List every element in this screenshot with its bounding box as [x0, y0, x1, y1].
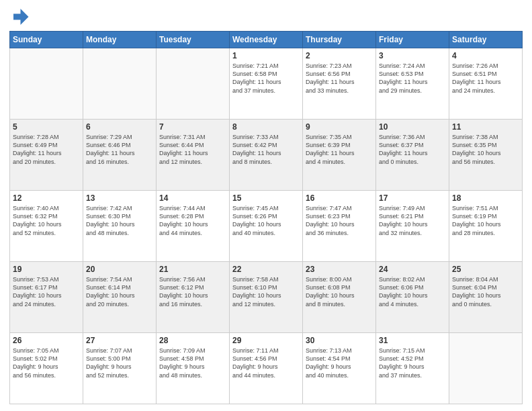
day-number: 4	[452, 50, 519, 61]
day-number: 21	[159, 264, 226, 275]
day-info: Sunrise: 7:11 AM Sunset: 4:56 PM Dayligh…	[232, 347, 300, 379]
day-number: 11	[452, 122, 519, 132]
day-info: Sunrise: 7:58 AM Sunset: 6:10 PM Dayligh…	[232, 275, 300, 308]
day-number: 14	[159, 193, 226, 203]
calendar-cell: 18Sunrise: 7:51 AM Sunset: 6:19 PM Dayli…	[449, 191, 523, 262]
day-number: 24	[379, 264, 446, 275]
day-number: 29	[232, 335, 300, 346]
day-info: Sunrise: 7:23 AM Sunset: 6:56 PM Dayligh…	[306, 62, 373, 95]
calendar-week-row: 26Sunrise: 7:05 AM Sunset: 5:02 PM Dayli…	[10, 333, 523, 404]
calendar-cell: 27Sunrise: 7:07 AM Sunset: 5:00 PM Dayli…	[83, 333, 157, 404]
calendar-cell: 14Sunrise: 7:44 AM Sunset: 6:28 PM Dayli…	[157, 191, 230, 262]
day-number: 23	[306, 264, 373, 275]
calendar-cell: 24Sunrise: 8:02 AM Sunset: 6:06 PM Dayli…	[376, 262, 449, 333]
calendar-cell: 2Sunrise: 7:23 AM Sunset: 6:56 PM Daylig…	[303, 48, 376, 120]
day-number: 16	[306, 193, 373, 203]
day-info: Sunrise: 7:45 AM Sunset: 6:26 PM Dayligh…	[232, 204, 300, 237]
day-number: 20	[86, 264, 153, 275]
calendar-cell	[10, 48, 83, 120]
day-info: Sunrise: 7:05 AM Sunset: 5:02 PM Dayligh…	[13, 347, 80, 379]
day-info: Sunrise: 7:31 AM Sunset: 6:44 PM Dayligh…	[159, 133, 226, 166]
calendar-cell: 9Sunrise: 7:35 AM Sunset: 6:39 PM Daylig…	[303, 120, 376, 191]
day-number: 3	[379, 50, 446, 61]
calendar-cell: 21Sunrise: 7:56 AM Sunset: 6:12 PM Dayli…	[157, 262, 230, 333]
weekday-header: Wednesday	[230, 32, 303, 48]
day-number: 26	[13, 335, 80, 346]
day-number: 12	[13, 193, 80, 203]
day-number: 19	[13, 264, 80, 275]
day-number: 6	[86, 122, 153, 132]
weekday-header: Saturday	[449, 32, 523, 48]
day-info: Sunrise: 7:29 AM Sunset: 6:46 PM Dayligh…	[86, 133, 153, 166]
day-info: Sunrise: 7:26 AM Sunset: 6:51 PM Dayligh…	[452, 62, 519, 95]
weekday-header: Monday	[83, 32, 157, 48]
calendar-cell: 1Sunrise: 7:21 AM Sunset: 6:58 PM Daylig…	[230, 48, 303, 120]
calendar-cell: 12Sunrise: 7:40 AM Sunset: 6:32 PM Dayli…	[10, 191, 83, 262]
weekday-header: Friday	[376, 32, 449, 48]
calendar-cell	[83, 48, 157, 120]
day-info: Sunrise: 7:54 AM Sunset: 6:14 PM Dayligh…	[86, 275, 153, 308]
day-info: Sunrise: 7:07 AM Sunset: 5:00 PM Dayligh…	[86, 347, 153, 379]
day-number: 27	[86, 335, 153, 346]
day-info: Sunrise: 7:35 AM Sunset: 6:39 PM Dayligh…	[306, 133, 373, 166]
calendar-week-row: 5Sunrise: 7:28 AM Sunset: 6:49 PM Daylig…	[10, 120, 523, 191]
day-info: Sunrise: 8:00 AM Sunset: 6:08 PM Dayligh…	[306, 275, 373, 308]
calendar-cell: 11Sunrise: 7:38 AM Sunset: 6:35 PM Dayli…	[449, 120, 523, 191]
day-info: Sunrise: 7:24 AM Sunset: 6:53 PM Dayligh…	[379, 62, 446, 95]
day-number: 28	[159, 335, 226, 346]
calendar-cell: 30Sunrise: 7:13 AM Sunset: 4:54 PM Dayli…	[303, 333, 376, 404]
calendar-cell: 31Sunrise: 7:15 AM Sunset: 4:52 PM Dayli…	[376, 333, 449, 404]
day-info: Sunrise: 7:33 AM Sunset: 6:42 PM Dayligh…	[232, 133, 300, 166]
calendar-cell: 3Sunrise: 7:24 AM Sunset: 6:53 PM Daylig…	[376, 48, 449, 120]
day-number: 13	[86, 193, 153, 203]
day-info: Sunrise: 7:49 AM Sunset: 6:21 PM Dayligh…	[379, 204, 446, 237]
day-info: Sunrise: 8:04 AM Sunset: 6:04 PM Dayligh…	[452, 275, 519, 308]
calendar-week-row: 12Sunrise: 7:40 AM Sunset: 6:32 PM Dayli…	[10, 191, 523, 262]
calendar-cell: 25Sunrise: 8:04 AM Sunset: 6:04 PM Dayli…	[449, 262, 523, 333]
day-number: 1	[232, 50, 300, 61]
calendar-cell: 13Sunrise: 7:42 AM Sunset: 6:30 PM Dayli…	[83, 191, 157, 262]
calendar-cell: 23Sunrise: 8:00 AM Sunset: 6:08 PM Dayli…	[303, 262, 376, 333]
calendar-table: SundayMondayTuesdayWednesdayThursdayFrid…	[9, 31, 523, 404]
day-number: 7	[159, 122, 226, 132]
calendar-cell	[157, 48, 230, 120]
calendar-cell: 17Sunrise: 7:49 AM Sunset: 6:21 PM Dayli…	[376, 191, 449, 262]
day-number: 17	[379, 193, 446, 203]
calendar-cell: 15Sunrise: 7:45 AM Sunset: 6:26 PM Dayli…	[230, 191, 303, 262]
day-info: Sunrise: 7:09 AM Sunset: 4:58 PM Dayligh…	[159, 347, 226, 379]
day-info: Sunrise: 7:44 AM Sunset: 6:28 PM Dayligh…	[159, 204, 226, 237]
day-info: Sunrise: 7:40 AM Sunset: 6:32 PM Dayligh…	[13, 204, 80, 237]
day-number: 5	[13, 122, 80, 132]
day-info: Sunrise: 7:56 AM Sunset: 6:12 PM Dayligh…	[159, 275, 226, 308]
day-info: Sunrise: 7:13 AM Sunset: 4:54 PM Dayligh…	[306, 347, 373, 379]
calendar-week-row: 19Sunrise: 7:53 AM Sunset: 6:17 PM Dayli…	[10, 262, 523, 333]
day-number: 31	[379, 335, 446, 346]
calendar-cell: 7Sunrise: 7:31 AM Sunset: 6:44 PM Daylig…	[157, 120, 230, 191]
weekday-header: Thursday	[303, 32, 376, 48]
header	[9, 7, 523, 27]
calendar-week-row: 1Sunrise: 7:21 AM Sunset: 6:58 PM Daylig…	[10, 48, 523, 120]
day-info: Sunrise: 7:51 AM Sunset: 6:19 PM Dayligh…	[452, 204, 519, 237]
calendar-cell: 6Sunrise: 7:29 AM Sunset: 6:46 PM Daylig…	[83, 120, 157, 191]
calendar-cell	[449, 333, 523, 404]
day-info: Sunrise: 7:42 AM Sunset: 6:30 PM Dayligh…	[86, 204, 153, 237]
day-number: 8	[232, 122, 300, 132]
calendar-cell: 16Sunrise: 7:47 AM Sunset: 6:23 PM Dayli…	[303, 191, 376, 262]
calendar-cell: 10Sunrise: 7:36 AM Sunset: 6:37 PM Dayli…	[376, 120, 449, 191]
calendar-cell: 26Sunrise: 7:05 AM Sunset: 5:02 PM Dayli…	[10, 333, 83, 404]
day-number: 10	[379, 122, 446, 132]
logo-icon	[9, 7, 30, 27]
calendar-cell: 20Sunrise: 7:54 AM Sunset: 6:14 PM Dayli…	[83, 262, 157, 333]
logo	[9, 7, 32, 27]
day-number: 15	[232, 193, 300, 203]
calendar-cell: 28Sunrise: 7:09 AM Sunset: 4:58 PM Dayli…	[157, 333, 230, 404]
calendar-cell: 8Sunrise: 7:33 AM Sunset: 6:42 PM Daylig…	[230, 120, 303, 191]
day-number: 18	[452, 193, 519, 203]
calendar-cell: 22Sunrise: 7:58 AM Sunset: 6:10 PM Dayli…	[230, 262, 303, 333]
weekday-header: Tuesday	[157, 32, 230, 48]
calendar-cell: 5Sunrise: 7:28 AM Sunset: 6:49 PM Daylig…	[10, 120, 83, 191]
day-info: Sunrise: 7:38 AM Sunset: 6:35 PM Dayligh…	[452, 133, 519, 166]
calendar-cell: 19Sunrise: 7:53 AM Sunset: 6:17 PM Dayli…	[10, 262, 83, 333]
day-info: Sunrise: 7:47 AM Sunset: 6:23 PM Dayligh…	[306, 204, 373, 237]
day-number: 2	[306, 50, 373, 61]
